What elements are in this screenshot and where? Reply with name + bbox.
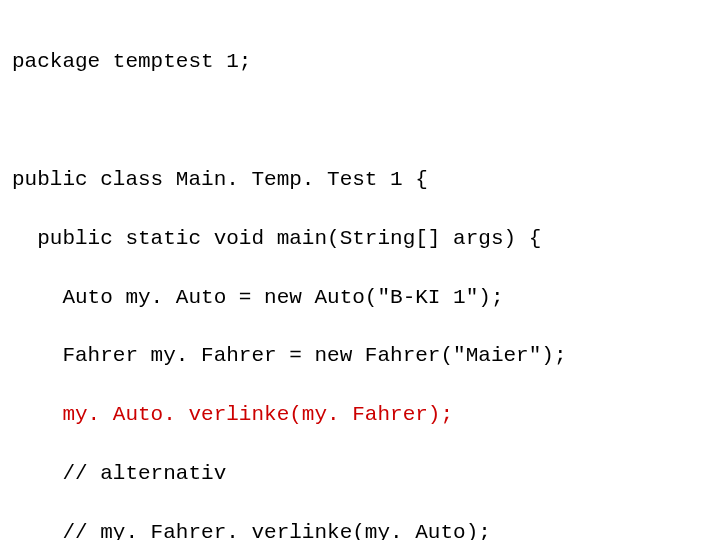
code-line: Auto my. Auto = new Auto("B-KI 1"); [12,283,708,312]
code-line-highlighted: my. Auto. verlinke(my. Fahrer); [12,400,708,429]
code-line: Fahrer my. Fahrer = new Fahrer("Maier"); [12,341,708,370]
blank-line [12,106,708,135]
code-line: public class Main. Temp. Test 1 { [12,165,708,194]
code-line: package temptest 1; [12,47,708,76]
code-line: // my. Fahrer. verlinke(my. Auto); [12,518,708,540]
code-block: package temptest 1; public class Main. T… [12,18,708,540]
code-line: public static void main(String[] args) { [12,224,708,253]
code-line: // alternativ [12,459,708,488]
